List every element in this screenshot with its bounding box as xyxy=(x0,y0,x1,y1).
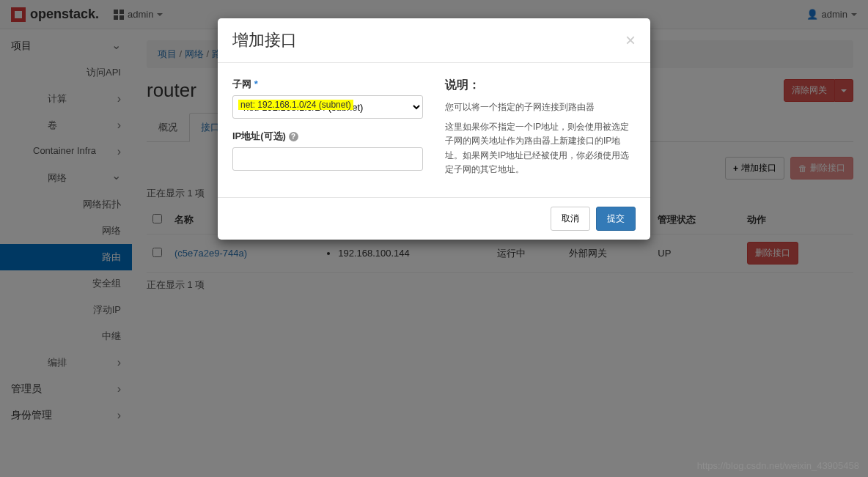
subnet-group: 子网 * net: 192.168.1.0/24 (subnet) net: 1… xyxy=(232,78,423,119)
subnet-label: 子网 * xyxy=(232,78,423,91)
close-icon[interactable]: × xyxy=(625,30,636,51)
cancel-button[interactable]: 取消 xyxy=(551,207,590,231)
modal-header: 增加接口 × xyxy=(218,18,650,63)
desc-title: 说明： xyxy=(445,78,636,93)
required-icon: * xyxy=(254,78,258,89)
add-interface-modal: 增加接口 × 子网 * net: 192.168.1.0/24 (subnet)… xyxy=(218,18,650,240)
modal-footer: 取消 提交 xyxy=(218,197,650,240)
modal-form: 子网 * net: 192.168.1.0/24 (subnet) net: 1… xyxy=(232,78,423,182)
ip-input[interactable] xyxy=(232,147,423,171)
subnet-select-wrapper: net: 192.168.1.0/24 (subnet) net: 192.16… xyxy=(232,95,423,119)
modal-body: 子网 * net: 192.168.1.0/24 (subnet) net: 1… xyxy=(218,63,650,197)
subnet-select[interactable]: net: 192.168.1.0/24 (subnet) xyxy=(232,95,423,119)
label: 子网 xyxy=(232,78,251,89)
desc-line1: 您可以将一个指定的子网连接到路由器 xyxy=(445,100,636,114)
modal-title: 增加接口 xyxy=(232,29,297,51)
submit-button[interactable]: 提交 xyxy=(596,207,636,231)
help-icon[interactable]: ? xyxy=(289,132,298,141)
watermark: https://blog.csdn.net/weixin_43905458 xyxy=(697,460,859,471)
modal-description: 说明： 您可以将一个指定的子网连接到路由器 这里如果你不指定一个IP地址，则会使… xyxy=(445,78,636,182)
label: IP地址(可选) xyxy=(232,130,286,141)
ip-group: IP地址(可选) ? xyxy=(232,130,423,171)
ip-label: IP地址(可选) ? xyxy=(232,130,423,143)
desc-line2: 这里如果你不指定一个IP地址，则会使用被选定子网的网关地址作为路由器上新建接口的… xyxy=(445,120,636,177)
